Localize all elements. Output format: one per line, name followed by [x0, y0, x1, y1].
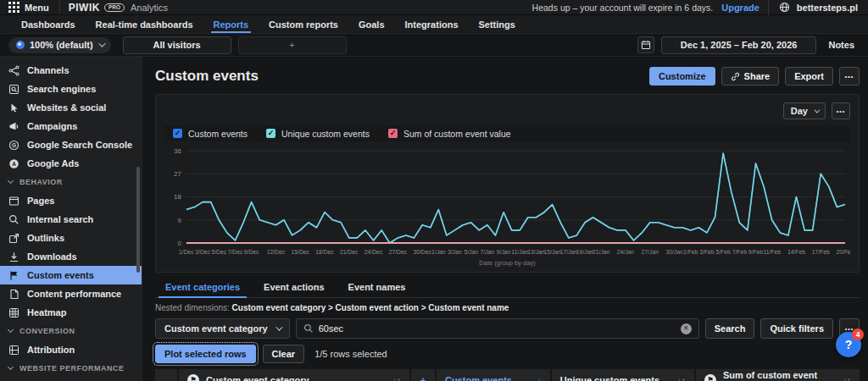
sort-toggle-icon[interactable]: ↓↑ — [843, 376, 851, 381]
topbar-right: Heads up – your account will expire in 6… — [532, 0, 868, 15]
sidebar-item-label: Google Ads — [27, 158, 79, 168]
nav-reports[interactable]: Reports — [204, 15, 259, 33]
tab-event-actions[interactable]: Event actions — [253, 279, 335, 297]
date-range-picker[interactable]: Dec 1, 2025 – Feb 20, 2026 — [661, 36, 817, 54]
rows-selected-status: 1/5 rows selected — [314, 349, 387, 359]
select-all-cell[interactable] — [155, 369, 177, 381]
nav-integrations[interactable]: Integrations — [396, 15, 468, 33]
notification-badge: 4 — [852, 329, 864, 340]
pages-icon — [8, 196, 19, 207]
column-unique-custom-events[interactable]: Unique custom events ↓↑ — [552, 369, 694, 381]
sidebar-item-campaigns[interactable]: Campaigns — [0, 117, 142, 135]
dimension-tabs: Event categories Event actions Event nam… — [155, 279, 860, 298]
sidebar-item-channels[interactable]: Channels — [0, 61, 142, 80]
svg-text:G: G — [12, 142, 16, 148]
events-line-chart[interactable]: 091827361/Dec3/Dec5/Dec7/Dec9/Dec12/Dec1… — [164, 146, 850, 258]
report-content: Custom events Customize Share Export •••… — [142, 57, 868, 381]
sidebar-section-conversion[interactable]: CONVERSION — [0, 322, 142, 340]
events-chart-panel: Day ••• ✓ Custom events ✓ Unique custom … — [155, 94, 860, 273]
help-button[interactable]: ? 4 — [836, 332, 861, 357]
checkbox-checked-icon[interactable]: ✓ — [388, 129, 398, 138]
sort-toggle-icon[interactable]: ↓↑ — [392, 376, 401, 381]
account-switcher[interactable]: bettersteps.pl — [768, 0, 858, 15]
sidebar-item-custom-events[interactable]: Custom events — [0, 266, 142, 284]
sort-desc-icon[interactable]: ↓ — [537, 376, 542, 381]
brand-name: PIWIK — [69, 2, 100, 14]
plot-selected-rows-button[interactable]: Plot selected rows — [155, 345, 256, 363]
column-custom-events[interactable]: Custom events ↓ — [437, 369, 550, 381]
sidebar-scrollbar-thumb[interactable] — [136, 167, 140, 273]
legend-custom-events[interactable]: ✓ Custom events — [173, 129, 248, 139]
sampling-dropdown[interactable]: 100% (default) — [8, 37, 111, 53]
svg-text:27/Dec: 27/Dec — [389, 249, 408, 255]
legend-sum-of-custom-event-value[interactable]: ✓ Sum of custom event value — [388, 129, 511, 139]
sidebar-item-label: Search engines — [27, 84, 96, 94]
product-name: Analytics — [131, 3, 168, 13]
link-icon — [731, 72, 740, 81]
nav-goals[interactable]: Goals — [349, 15, 394, 33]
search-input[interactable] — [319, 323, 676, 334]
legend-label: Custom events — [188, 129, 248, 139]
checkbox-checked-icon[interactable]: ✓ — [266, 129, 275, 138]
nested-dimensions-label: Nested dimensions: — [155, 303, 230, 312]
nav-dashboards[interactable]: Dashboards — [12, 15, 85, 33]
column-sum-of-custom-event-value[interactable]: ⚑ Sum of custom event value ↓↑ — [696, 369, 860, 381]
share-button[interactable]: Share — [721, 67, 780, 86]
search-button[interactable]: Search — [705, 318, 755, 339]
interval-select[interactable]: Day — [783, 102, 826, 119]
chart-more-button[interactable]: ••• — [832, 102, 850, 119]
report-header: Custom events Customize Share Export ••• — [155, 67, 860, 86]
sidebar-item-websites-social[interactable]: Websites & social — [0, 98, 142, 117]
svg-text:9/Jan: 9/Jan — [497, 249, 511, 255]
svg-text:17/Jan: 17/Jan — [560, 249, 578, 255]
nav-realtime-dashboards[interactable]: Real-time dashboards — [86, 15, 203, 33]
sidebar-item-outlinks[interactable]: Outlinks — [0, 229, 142, 247]
upgrade-link[interactable]: Upgrade — [721, 3, 760, 13]
checkbox-checked-icon[interactable]: ✓ — [173, 129, 182, 138]
svg-text:7/Feb: 7/Feb — [732, 249, 748, 255]
notes-button[interactable]: Notes — [823, 40, 860, 50]
column-custom-event-category[interactable]: ⚑ Custom event category ↓↑ — [179, 369, 409, 381]
segment-all-visitors[interactable]: All visitors — [123, 36, 231, 54]
report-more-button[interactable]: ••• — [839, 67, 860, 86]
svg-text:5/Jan: 5/Jan — [464, 249, 478, 255]
tab-event-categories[interactable]: Event categories — [155, 279, 250, 297]
quick-filters-button[interactable]: Quick filters — [760, 318, 833, 339]
sidebar-item-attribution[interactable]: Attribution — [0, 340, 142, 359]
nested-dimensions: Nested dimensions: Custom event category… — [155, 303, 860, 312]
sampling-icon — [16, 41, 25, 49]
chevron-down-icon — [814, 107, 820, 113]
sidebar-section-website-performance[interactable]: WEBSITE PERFORMANCE — [0, 359, 142, 378]
sidebar-item-pages[interactable]: Pages — [0, 191, 142, 210]
legend-unique-custom-events[interactable]: ✓ Unique custom events — [266, 129, 370, 139]
search-box: × — [296, 318, 699, 339]
nav-custom-reports[interactable]: Custom reports — [259, 15, 348, 33]
brand-logo[interactable]: PIWIK PRO Analytics — [60, 2, 176, 14]
expiry-notice: Heads up – your account will expire in 6… — [532, 3, 714, 13]
sampling-label: 100% (default) — [30, 40, 93, 50]
add-segment-button[interactable]: + — [238, 36, 347, 54]
customize-button[interactable]: Customize — [649, 67, 715, 86]
sidebar-section-behavior[interactable]: BEHAVIOR — [0, 173, 142, 191]
selection-row: Plot selected rows Clear 1/5 rows select… — [155, 345, 860, 363]
add-column-button[interactable]: + — [411, 369, 435, 381]
svg-text:15/Jan: 15/Jan — [543, 249, 561, 255]
dimension-select[interactable]: Custom event category — [155, 318, 290, 339]
calendar-button[interactable] — [637, 36, 654, 53]
svg-text:17/Feb: 17/Feb — [812, 249, 830, 255]
nav-settings[interactable]: Settings — [470, 15, 525, 33]
megaphone-icon — [8, 121, 19, 132]
sidebar-item-search-engines[interactable]: Search engines — [0, 80, 142, 98]
sidebar-item-google-ads[interactable]: A Google Ads — [0, 154, 142, 173]
tab-event-names[interactable]: Event names — [338, 279, 416, 297]
sidebar-item-heatmap[interactable]: Heatmap — [0, 303, 142, 322]
clear-search-icon[interactable]: × — [681, 323, 692, 334]
sidebar-item-google-search-console[interactable]: G Google Search Console — [0, 135, 142, 154]
sidebar-item-content-performance[interactable]: Content performance — [0, 284, 142, 303]
sidebar-item-internal-search[interactable]: Internal search — [0, 210, 142, 229]
sidebar-item-downloads[interactable]: Downloads — [0, 247, 142, 266]
clear-selection-button[interactable]: Clear — [263, 345, 305, 363]
menu-button[interactable]: Menu — [0, 0, 60, 14]
export-button[interactable]: Export — [785, 67, 833, 86]
sort-toggle-icon[interactable]: ↓↑ — [677, 376, 686, 381]
